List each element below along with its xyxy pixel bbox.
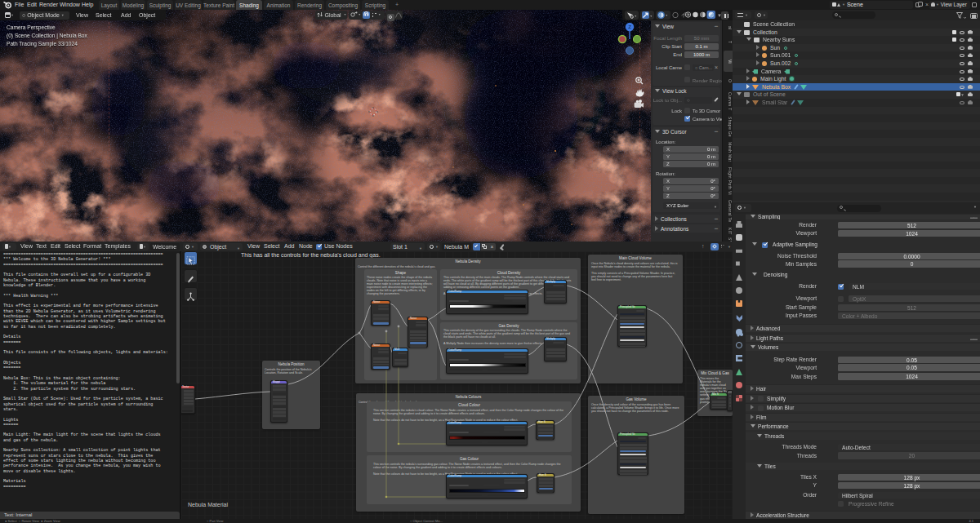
svg-text:Z: Z xyxy=(628,24,631,29)
